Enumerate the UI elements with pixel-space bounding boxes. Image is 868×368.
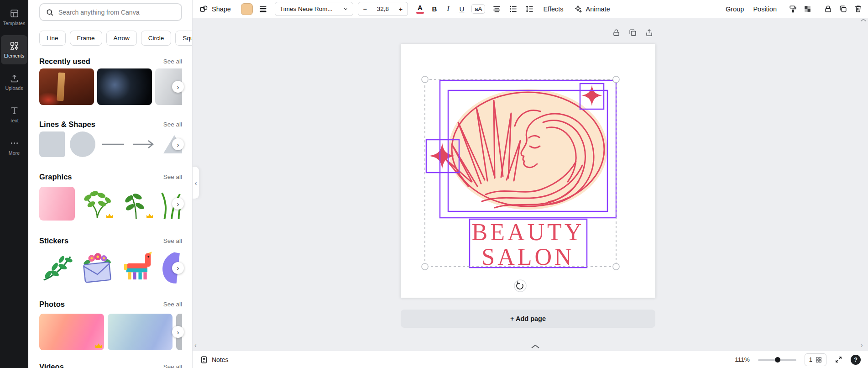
rotate-handle[interactable] [514,280,526,292]
scroll-right-button[interactable]: › [172,198,184,210]
scroll-up-arrow[interactable] [861,18,866,22]
zoom-slider[interactable] [758,356,796,363]
font-size-value[interactable]: 32,8 [372,5,394,12]
chevron-up-icon [531,345,539,348]
font-family-select[interactable]: Times Neue Rom... [275,2,353,16]
design-title-line1[interactable]: BEAUTY [472,219,585,245]
gradient-photo[interactable] [39,314,104,350]
sidebar-item-uploads[interactable]: Uploads [1,68,27,97]
chip-line[interactable]: Line [39,31,66,46]
circle-shape[interactable] [70,131,95,157]
lock-icon [824,5,832,13]
stickers-row: › [39,249,182,286]
page-lock-icon[interactable] [612,28,621,37]
shape-icon [199,5,208,13]
pink-gradient-graphic[interactable] [39,187,75,221]
text-align-button[interactable] [492,5,501,13]
chip-square[interactable]: Square [175,31,192,46]
page-export-icon[interactable] [645,28,654,37]
scroll-right-button[interactable]: › [172,326,184,338]
rail-label: Uploads [5,85,23,91]
sparkle-top-right[interactable] [581,85,602,106]
duplicate-button[interactable] [839,5,847,13]
scroll-right-button[interactable]: › [172,138,184,150]
envelope-flowers-sticker[interactable] [79,249,115,286]
scroll-right-arrow[interactable]: › [861,342,863,349]
text-case-button[interactable]: aA [471,4,486,14]
spacing-button[interactable] [525,5,534,13]
see-all-link[interactable]: See all [163,363,182,368]
delete-button[interactable] [854,5,863,13]
group-button[interactable]: Group [726,5,744,13]
list-button[interactable] [509,5,518,13]
font-size-increase-button[interactable]: + [394,5,408,13]
help-button[interactable]: ? [851,355,861,365]
square-shape[interactable] [39,131,65,157]
pages-collapse-chevron[interactable] [528,343,542,350]
shape-label: Shape [212,5,231,13]
see-all-link[interactable]: See all [163,58,182,65]
see-all-link[interactable]: See all [163,301,182,308]
design-page[interactable]: BEAUTY SALON [401,44,655,298]
gradient-photo[interactable] [108,314,173,350]
chip-circle[interactable]: Circle [141,31,172,46]
add-page-button[interactable]: + Add page [401,310,655,328]
scroll-left-arrow[interactable]: ‹ [194,342,197,349]
bold-button[interactable]: B [429,5,439,13]
design-title-line2[interactable]: SALON [481,244,574,270]
copy-style-button[interactable] [789,5,797,13]
see-all-link[interactable]: See all [163,121,182,128]
elements-panel: Line Frame Arrow Circle Square › Recentl… [28,0,193,368]
page-duplicate-icon[interactable] [628,28,637,37]
pinata-glyph [120,249,155,286]
notes-button[interactable]: Notes [200,356,229,364]
see-all-link[interactable]: See all [163,237,182,244]
recent-thumbnail[interactable] [39,68,94,105]
chip-frame[interactable]: Frame [70,31,102,46]
underline-button[interactable]: U [457,5,467,13]
sidebar-item-templates[interactable]: Templates [1,3,27,32]
transparency-button[interactable] [803,5,812,13]
pinata-sticker[interactable] [120,249,155,286]
search-bar[interactable] [39,3,182,21]
search-icon [46,8,54,16]
position-button[interactable]: Position [753,5,777,13]
panel-collapse-handle[interactable]: ‹ [193,166,199,199]
fill-color-button[interactable] [241,3,253,15]
fullscreen-button[interactable] [835,356,842,363]
font-size-decrease-button[interactable]: − [358,5,372,13]
text-color-button[interactable]: A [416,5,424,14]
arrow-shape[interactable] [131,131,157,157]
plant-graphic[interactable] [79,187,115,221]
font-name: Times Neue Rom... [280,5,340,12]
scroll-right-button[interactable]: › [172,262,184,274]
scroll-right-button[interactable]: › [172,81,184,93]
shape-button[interactable]: Shape [199,5,231,13]
border-style-button[interactable] [259,5,267,13]
effects-button[interactable]: Effects [543,5,563,13]
recent-thumbnail[interactable] [97,68,152,105]
section-header-graphics: Graphics See all [39,172,182,181]
leaf-sticker[interactable] [39,249,75,286]
search-input[interactable] [58,9,176,16]
sidebar-item-more[interactable]: More [1,132,27,162]
page-indicator[interactable]: 1 [805,353,826,366]
zoom-slider-thumb[interactable] [775,357,780,363]
handle-bottom-right[interactable] [613,263,619,270]
leaf-graphic[interactable] [120,187,155,221]
see-all-link[interactable]: See all [163,173,182,180]
animate-button[interactable]: Animate [574,5,610,13]
color-swatch [241,3,253,15]
sidebar-item-elements[interactable]: Elements [1,35,27,64]
chip-arrow[interactable]: Arrow [106,31,137,46]
italic-button[interactable]: I [443,5,453,13]
handle-bottom-left[interactable] [422,263,428,270]
handle-top-right[interactable] [613,76,619,83]
sidebar-item-text[interactable]: Text [1,100,27,129]
handle-top-left[interactable] [422,76,428,83]
line-shape[interactable] [100,131,126,157]
rail-label: Templates [3,21,26,26]
editor-toolbar: Shape Times Neue Rom... − 32,8 + A B I U… [193,0,868,18]
grid-view-icon [816,357,822,363]
lock-button[interactable] [824,5,832,13]
